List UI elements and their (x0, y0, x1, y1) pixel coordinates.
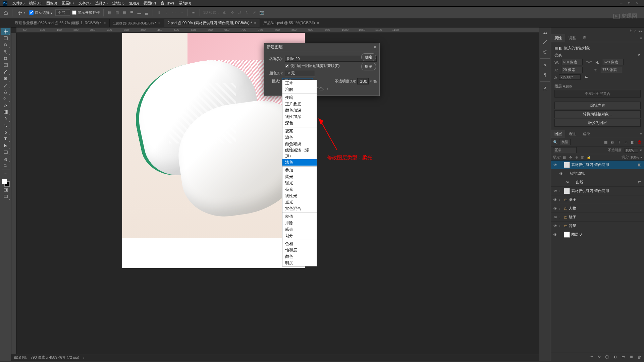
visibility-toggle-icon[interactable]: 👁 (552, 197, 558, 202)
reset-icon[interactable]: ↺ (638, 53, 641, 57)
layer-row[interactable]: 👁›🗀镜子 (551, 213, 644, 222)
panel-menu-icon[interactable]: ≡ (638, 36, 644, 40)
layer-row[interactable]: 👁›🗀人物 (551, 204, 644, 213)
blend-mode-option[interactable]: 正常 (282, 80, 317, 86)
angle-field[interactable]: -15.00° (559, 74, 581, 80)
blend-mode-option[interactable]: 变暗 (282, 95, 317, 101)
healing-tool[interactable] (1, 75, 10, 82)
layer-name[interactable]: 镜子 (569, 215, 643, 220)
link-layers-icon[interactable]: ⚯ (588, 354, 594, 360)
visibility-toggle-icon[interactable]: 👁 (552, 215, 558, 220)
blend-mode-option[interactable]: 颜色减淡 (282, 141, 317, 147)
tab-layers[interactable]: 图层 (551, 130, 565, 138)
menu-help[interactable]: 帮助(H) (176, 1, 194, 6)
dialog-close-icon[interactable]: ✕ (373, 45, 377, 50)
document-tab[interactable]: 产品3-1.psd @ 55.1%(RGB/8#)× (260, 19, 323, 27)
x-field[interactable]: 29 像素 (561, 67, 583, 73)
share-icon[interactable]: ⇪ (629, 29, 632, 33)
align-middle-icon[interactable]: ▬ (137, 10, 142, 15)
close-tab-icon[interactable]: × (254, 21, 256, 25)
layer-name[interactable]: 素材仅供练习 请勿商用 (571, 188, 643, 193)
menu-image[interactable]: 图像(I) (44, 1, 59, 6)
filter-type-select[interactable]: 类型 (559, 139, 571, 145)
character-panel-icon[interactable]: A (540, 61, 550, 69)
tab-libraries[interactable]: 库 (579, 34, 590, 42)
menu-3d[interactable]: 3D(D) (127, 1, 141, 5)
layer-comp-select[interactable]: 不应用图层复合 (554, 90, 641, 98)
expand-arrow-icon[interactable]: › (559, 224, 562, 228)
tab-channels[interactable]: 通道 (565, 130, 579, 138)
3d-roll-icon[interactable]: ↻ (244, 10, 250, 15)
close-tab-icon[interactable]: × (158, 21, 161, 25)
home-icon[interactable] (3, 10, 9, 16)
visibility-toggle-icon[interactable]: 👁 (552, 162, 558, 168)
menu-view[interactable]: 视图(V) (141, 1, 158, 6)
gradient-tool[interactable] (1, 109, 10, 115)
adjustment-icon[interactable]: ◐ (612, 354, 618, 360)
blend-mode-option[interactable]: 强光 (282, 180, 317, 186)
group-icon[interactable]: 🗀 (621, 354, 626, 360)
close-tab-icon[interactable]: × (104, 21, 106, 25)
minimize-button[interactable]: ─ (617, 0, 625, 6)
align-bottom-icon[interactable]: ▄ (144, 10, 149, 15)
blend-mode-option[interactable]: 溶解 (282, 86, 317, 93)
layers-menu-icon[interactable]: ≡ (638, 132, 644, 136)
more-align-icon[interactable]: ⋯ (178, 10, 184, 15)
pen-tool[interactable] (1, 129, 10, 135)
visibility-toggle-icon[interactable]: 👁 (558, 171, 564, 176)
new-layer-icon[interactable]: ⊞ (629, 354, 634, 360)
filter-toggle-icon[interactable]: ⇄ (638, 180, 643, 184)
opacity-input[interactable]: 100% (625, 148, 638, 153)
horizontal-ruler[interactable]: 5010015020025030035040045050055060065070… (16, 27, 539, 33)
layer-name[interactable]: 人物 (569, 206, 643, 211)
doc-info-arrow[interactable]: › (83, 356, 85, 360)
layer-name[interactable]: 智能滤镜 (570, 171, 643, 176)
expand-arrow-icon[interactable]: › (559, 198, 562, 202)
blend-mode-option[interactable]: 饱和度 (282, 247, 317, 253)
blend-mode-option[interactable]: 深色 (282, 120, 317, 126)
blend-mode-option[interactable]: 点光 (282, 199, 317, 205)
blend-mode-select[interactable]: 正常 (553, 147, 577, 153)
rectangle-tool[interactable] (1, 149, 10, 156)
edit-contents-button[interactable]: 编辑内容 (554, 102, 641, 109)
collapse-panel-icon[interactable]: ▸▸ (639, 29, 643, 33)
eraser-tool[interactable] (1, 102, 10, 109)
align-center-h-icon[interactable]: ▥ (114, 10, 120, 15)
blend-mode-option[interactable]: 差值 (282, 214, 317, 220)
auto-select-target[interactable]: 图层 (55, 9, 70, 16)
layer-row[interactable]: 👁智能滤镜 (551, 169, 644, 178)
filter-search-icon[interactable]: 🔍 (553, 140, 558, 144)
clip-mask-checkbox[interactable]: 使用前一图层创建剪贴蒙版(P) (285, 63, 340, 68)
blend-mode-option[interactable]: 实色混合 (282, 205, 317, 212)
zoom-level[interactable]: 90.91% (14, 356, 26, 360)
blend-mode-option[interactable]: 浅色 (282, 159, 317, 166)
blend-mode-option[interactable]: 划分 (282, 233, 317, 239)
visibility-toggle-icon[interactable]: 👁 (552, 206, 558, 211)
visibility-toggle-icon[interactable]: 👁 (552, 232, 558, 237)
paragraph-panel-icon[interactable]: ¶ (540, 71, 550, 79)
width-field[interactable]: 610 像素 (561, 59, 583, 65)
3d-camera-icon[interactable]: 📷 (259, 10, 264, 15)
3d-slide-icon[interactable]: ⇄ (237, 10, 242, 15)
move-tool[interactable] (1, 28, 10, 35)
move-tool-icon[interactable]: ▾ (16, 10, 27, 16)
menu-window[interactable]: 窗口(W) (158, 1, 176, 6)
blend-mode-option[interactable]: 线性光 (282, 193, 317, 199)
link-wh-icon[interactable]: ⊃⊂ (586, 60, 592, 64)
layer-row[interactable]: 👁›🗀桌子 (551, 195, 644, 204)
align-top-icon[interactable]: ▀ (129, 10, 135, 15)
color-swatches[interactable] (2, 179, 10, 187)
align-left-icon[interactable]: ▤ (107, 10, 112, 15)
blend-mode-option[interactable]: 线性加深 (282, 114, 317, 120)
screenmode-tool[interactable] (1, 193, 10, 200)
menu-file[interactable]: 文件(F) (10, 1, 27, 6)
opacity-input[interactable] (357, 78, 369, 84)
layer-name[interactable]: 桌子 (569, 197, 643, 202)
menu-select[interactable]: 选择(S) (93, 1, 110, 6)
vertical-ruler[interactable] (11, 33, 16, 354)
zoom-tool[interactable] (1, 162, 10, 169)
quickmask-tool[interactable] (1, 187, 10, 193)
lasso-tool[interactable] (1, 42, 10, 48)
fill-input[interactable]: 100% (630, 156, 639, 159)
flip-h-icon[interactable]: ⇋ (585, 75, 588, 79)
